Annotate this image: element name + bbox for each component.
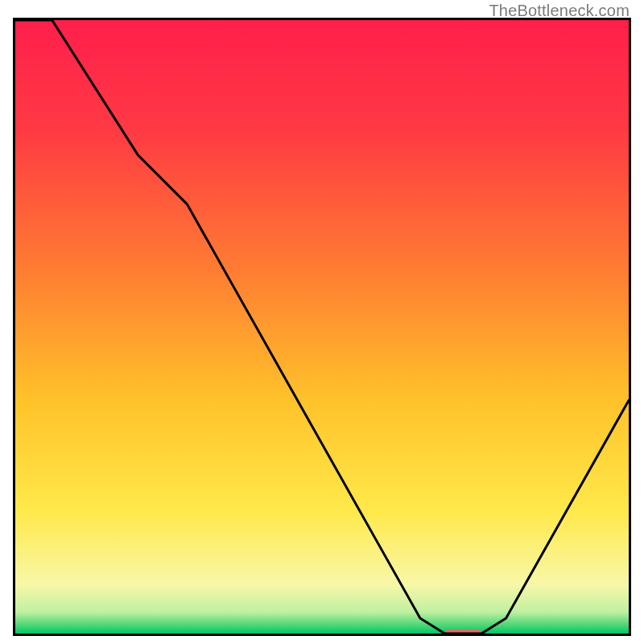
- chart-frame: [13, 18, 631, 636]
- chart-plot-area: [15, 20, 629, 634]
- chart-background-gradient: [15, 20, 629, 634]
- chart-svg: [15, 20, 629, 634]
